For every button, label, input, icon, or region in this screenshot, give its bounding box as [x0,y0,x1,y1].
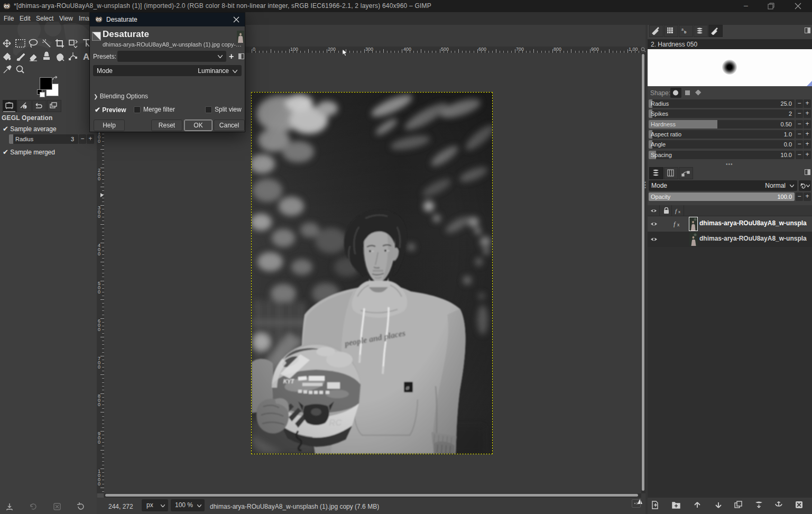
svg-text:f: f [673,221,676,227]
svg-text:b: b [684,30,686,34]
svg-text:x: x [678,209,680,214]
svg-text:A: A [83,52,89,62]
svg-text:x: x [677,222,680,227]
svg-text:f: f [675,208,678,214]
svg-text:a: a [681,27,684,31]
